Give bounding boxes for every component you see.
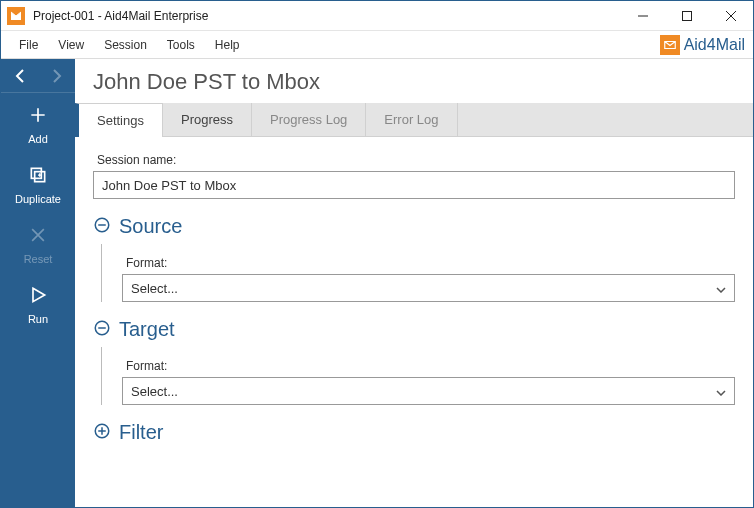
- nav-back-button[interactable]: [1, 59, 38, 92]
- target-format-value: Select...: [131, 384, 178, 399]
- svg-rect-3: [35, 172, 45, 182]
- duplicate-icon: [28, 165, 48, 189]
- sidebar-item-label: Add: [28, 133, 48, 145]
- menu-session[interactable]: Session: [94, 34, 157, 56]
- expand-icon[interactable]: [93, 422, 111, 444]
- source-format-label: Format:: [126, 256, 735, 270]
- svg-rect-2: [31, 168, 41, 178]
- sidebar-item-label: Run: [28, 313, 48, 325]
- section-source-title: Source: [119, 215, 182, 238]
- tab-error-log: Error Log: [366, 103, 457, 136]
- play-icon: [28, 285, 48, 309]
- tab-progress[interactable]: Progress: [163, 103, 252, 136]
- minimize-button[interactable]: [621, 1, 665, 31]
- sidebar-item-label: Reset: [24, 253, 53, 265]
- target-format-select[interactable]: Select...: [122, 377, 735, 405]
- tab-progress-log: Progress Log: [252, 103, 366, 136]
- sidebar-run-button[interactable]: Run: [1, 273, 75, 333]
- chevron-down-icon: [716, 384, 726, 399]
- chevron-down-icon: [716, 281, 726, 296]
- close-icon: [28, 225, 48, 249]
- sidebar-duplicate-button[interactable]: Duplicate: [1, 153, 75, 213]
- source-format-value: Select...: [131, 281, 178, 296]
- brand-icon: [660, 35, 680, 55]
- close-button[interactable]: [709, 1, 753, 31]
- app-icon: [7, 7, 25, 25]
- page-title: John Doe PST to Mbox: [75, 59, 753, 103]
- menu-help[interactable]: Help: [205, 34, 250, 56]
- sidebar-item-label: Duplicate: [15, 193, 61, 205]
- window-title: Project-001 - Aid4Mail Enterprise: [33, 9, 208, 23]
- menu-file[interactable]: File: [9, 34, 48, 56]
- svg-rect-0: [683, 11, 692, 20]
- menu-tools[interactable]: Tools: [157, 34, 205, 56]
- section-filter-title: Filter: [119, 421, 163, 444]
- session-name-label: Session name:: [97, 153, 735, 167]
- menu-view[interactable]: View: [48, 34, 94, 56]
- nav-forward-button[interactable]: [38, 59, 75, 92]
- section-target-title: Target: [119, 318, 175, 341]
- plus-icon: [28, 105, 48, 129]
- session-name-input[interactable]: [93, 171, 735, 199]
- target-format-label: Format:: [126, 359, 735, 373]
- tab-settings[interactable]: Settings: [75, 103, 163, 137]
- sidebar-add-button[interactable]: Add: [1, 93, 75, 153]
- collapse-icon[interactable]: [93, 216, 111, 238]
- maximize-button[interactable]: [665, 1, 709, 31]
- collapse-icon[interactable]: [93, 319, 111, 341]
- sidebar-reset-button: Reset: [1, 213, 75, 273]
- source-format-select[interactable]: Select...: [122, 274, 735, 302]
- brand-text: Aid4Mail: [684, 36, 745, 54]
